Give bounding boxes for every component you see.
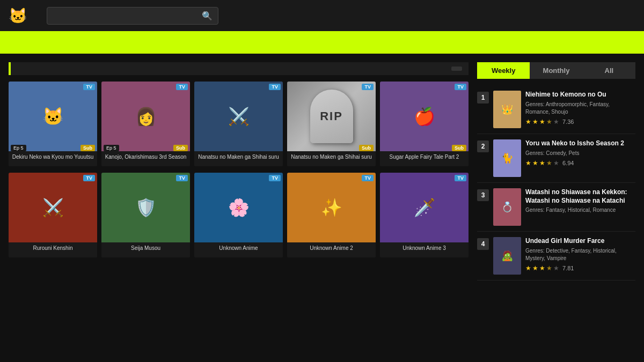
view-all-button[interactable] [451, 67, 462, 71]
ranking-item-3[interactable]: 3💍Watashi no Shiawase na Kekkon: Watashi… [477, 183, 635, 232]
rank-title: Yoru wa Neko to Issho Season 2 [525, 139, 635, 148]
rank-title: Undead Girl Murder Farce [525, 237, 635, 246]
anime-card-r1-c4[interactable]: 🍎TVSubSugar Apple Fairy Tale Part 2 [380, 82, 469, 166]
star-3: ★ [546, 159, 552, 167]
anime-card-title: Rurouni Kenshin [9, 242, 97, 257]
star-1: ★ [532, 118, 538, 125]
anime-card-r1-c0[interactable]: 🐱TVEp 5SubDekiru Neko wa Kyou mo Yuuutsu [9, 82, 97, 166]
anime-grid-row2: ⚔️TVRurouni Kenshin🛡️TVSeija Musou🌸TVUnk… [9, 173, 469, 257]
anime-card-title: Unknown Anime [194, 242, 283, 257]
rank-genres: Genres: Detective, Fantasy, Historical, … [525, 247, 635, 262]
star-2: ★ [539, 118, 545, 125]
badge-sub: Sub [359, 145, 374, 151]
anime-card-r2-c2[interactable]: 🌸TVUnknown Anime [194, 173, 283, 257]
badge-tv: TV [176, 175, 188, 181]
rank-score: 6.94 [562, 160, 574, 166]
badge-ep: Ep 5 [11, 145, 26, 151]
badge-tv: TV [83, 84, 95, 90]
star-4: ★ [553, 118, 559, 125]
rank-title: Watashi no Shiawase na Kekkon: Watashi n… [525, 188, 635, 205]
header: 🐱 🔍 [0, 0, 644, 31]
rank-info: Undead Girl Murder FarceGenres: Detectiv… [525, 237, 635, 272]
badge-tv: TV [269, 175, 281, 181]
anime-card-image: ✨ [287, 173, 376, 242]
search-icon[interactable]: 🔍 [202, 11, 213, 21]
anime-card-r2-c1[interactable]: 🛡️TVSeija Musou [101, 173, 190, 257]
star-0: ★ [525, 118, 531, 125]
ranking-tabs: WeeklyMonthlyAll [477, 62, 635, 79]
badge-tv: TV [362, 175, 374, 181]
star-3: ★ [546, 118, 552, 125]
anime-card-image: 🛡️ [101, 173, 190, 242]
search-bar[interactable]: 🔍 [47, 7, 218, 25]
star-4: ★ [553, 159, 559, 167]
star-1: ★ [532, 264, 538, 272]
badge-tv: TV [455, 175, 466, 181]
rank-stars: ★★★★★7.36 [525, 118, 635, 125]
anime-card-image: 👩 [101, 82, 190, 151]
rank-thumbnail: 🧟 [493, 237, 521, 275]
anime-card-title: Nanatsu no Maken ga Shihai suru [194, 151, 283, 166]
ranking-list: 1👑Niehime to Kemono no OuGenres: Anthrop… [477, 85, 635, 280]
anime-card-title: Unknown Anime 2 [287, 242, 376, 257]
anime-grid-row1: 🐱TVEp 5SubDekiru Neko wa Kyou mo Yuuutsu… [9, 82, 469, 166]
badge-ep: Ep 5 [104, 145, 119, 151]
badge-tv: TV [176, 84, 188, 90]
star-0: ★ [525, 264, 531, 272]
star-4: ★ [553, 264, 559, 272]
rank-score: 7.36 [562, 119, 574, 125]
anime-card-title: Nanatsu no Maken ga Shihai suru [287, 151, 376, 166]
ranking-tab-monthly[interactable]: Monthly [530, 62, 582, 79]
rank-stars: ★★★★★7.81 [525, 264, 635, 272]
badge-sub: Sub [80, 145, 95, 151]
rank-genres: Genres: Anthropomorphic, Fantasy, Romanc… [525, 101, 635, 116]
star-2: ★ [539, 264, 545, 272]
anime-card-image: 🍎 [380, 82, 469, 151]
anime-card-image: 🐱 [9, 82, 97, 151]
anime-card-image: 🗡️ [380, 173, 469, 242]
star-0: ★ [525, 159, 531, 167]
anime-card-r2-c3[interactable]: ✨TVUnknown Anime 2 [287, 173, 376, 257]
anime-card-title: Unknown Anime 3 [380, 242, 469, 257]
anime-card-title: Seija Musou [101, 242, 190, 257]
rank-thumbnail: 👑 [493, 91, 521, 128]
sidebar: WeeklyMonthlyAll 1👑Niehime to Kemono no … [477, 62, 635, 280]
nav-item-home[interactable] [9, 31, 21, 54]
badge-tv: TV [83, 175, 95, 181]
anime-card-r2-c4[interactable]: 🗡️TVUnknown Anime 3 [380, 173, 469, 257]
ranking-item-2[interactable]: 2🐈Yoru wa Neko to Issho Season 2Genres: … [477, 134, 635, 183]
anime-card-r1-c2[interactable]: ⚔️TVNanatsu no Maken ga Shihai suru [194, 82, 283, 166]
anime-card-title: Dekiru Neko wa Kyou mo Yuuutsu [9, 151, 97, 166]
anime-card-r1-c3[interactable]: RIPTVSubNanatsu no Maken ga Shihai suru [287, 82, 376, 166]
badge-sub: Sub [173, 145, 188, 151]
badge-sub: Sub [452, 145, 466, 151]
rank-stars: ★★★★★6.94 [525, 159, 635, 167]
ranking-item-4[interactable]: 4🧟Undead Girl Murder FarceGenres: Detect… [477, 232, 635, 280]
anime-card-image: ⚔️ [194, 82, 283, 151]
anime-card-image: 🌸 [194, 173, 283, 242]
nav-bar [0, 31, 644, 54]
badge-tv: TV [269, 84, 281, 90]
section-header [9, 62, 469, 75]
anime-card-r1-c1[interactable]: 👩TVEp 5SubKanojo, Okarishimasu 3rd Seaso… [101, 82, 190, 166]
rank-number: 4 [477, 238, 489, 250]
anime-card-title: Sugar Apple Fairy Tale Part 2 [380, 151, 469, 166]
rank-info: Niehime to Kemono no OuGenres: Anthropom… [525, 91, 635, 125]
ranking-item-1[interactable]: 1👑Niehime to Kemono no OuGenres: Anthrop… [477, 85, 635, 134]
anime-card-r2-c0[interactable]: ⚔️TVRurouni Kenshin [9, 173, 97, 257]
rank-score: 7.81 [562, 265, 574, 271]
rank-title: Niehime to Kemono no Ou [525, 91, 635, 99]
ranking-tab-all[interactable]: All [583, 62, 635, 79]
logo[interactable]: 🐱 [9, 7, 30, 25]
rank-number: 1 [477, 92, 489, 104]
star-2: ★ [539, 159, 545, 167]
search-input[interactable] [53, 11, 202, 20]
badge-tv: TV [362, 84, 374, 90]
logo-icon: 🐱 [9, 7, 27, 25]
content-area: 🐱TVEp 5SubDekiru Neko wa Kyou mo Yuuutsu… [9, 62, 469, 280]
star-1: ★ [532, 159, 538, 167]
ranking-tab-weekly[interactable]: Weekly [477, 62, 530, 79]
main-content: 🐱TVEp 5SubDekiru Neko wa Kyou mo Yuuutsu… [0, 54, 644, 289]
rank-number: 2 [477, 141, 489, 152]
rank-thumbnail: 🐈 [493, 139, 521, 177]
